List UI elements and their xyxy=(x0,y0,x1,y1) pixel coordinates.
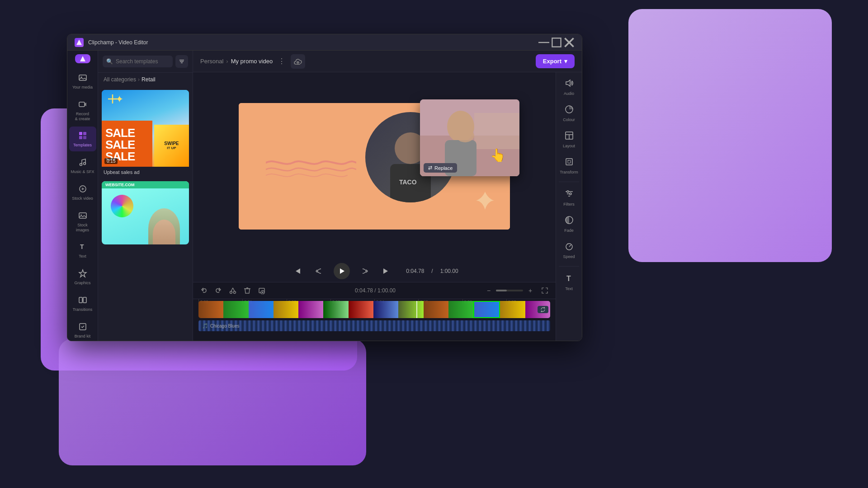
delete-button[interactable] xyxy=(242,285,253,296)
right-panel-fade[interactable]: Fade xyxy=(558,213,580,235)
timeline-area: 0:04.78 / 1:00.00 − + xyxy=(193,282,556,341)
fade-panel-icon xyxy=(565,216,574,227)
template-card-website[interactable]: WEBSITE.COM xyxy=(102,181,189,244)
svg-rect-8 xyxy=(79,102,85,107)
sidebar-item-templates[interactable]: Templates xyxy=(69,127,96,151)
video-area: TACO 16:9 xyxy=(193,72,556,341)
track-replace-button[interactable] xyxy=(538,306,548,313)
cloud-save-button[interactable] xyxy=(291,54,305,69)
project-breadcrumb: Personal › My promo video xyxy=(200,58,273,65)
sidebar-item-transitions[interactable]: Transitions xyxy=(69,291,96,316)
right-panel-colour[interactable]: Colour xyxy=(558,102,580,125)
sidebar-item-record[interactable]: Record& create xyxy=(69,95,96,125)
audio-track-label: 🎵 Chicago Blues xyxy=(202,323,239,329)
svg-text:T: T xyxy=(80,243,84,250)
sidebar-item-stock-video[interactable]: Stock video xyxy=(69,180,96,205)
colour-panel-icon xyxy=(565,105,574,116)
svg-rect-34 xyxy=(474,113,519,149)
svg-rect-1 xyxy=(552,38,561,47)
search-input[interactable] xyxy=(116,58,169,65)
editor-main-area: Personal › My promo video ⋮ Export xyxy=(193,51,582,341)
svg-rect-54 xyxy=(568,160,571,163)
time-display: 0:04.78 xyxy=(406,268,424,274)
star-decoration xyxy=(474,189,496,216)
video-track[interactable] xyxy=(198,301,550,318)
undo-button[interactable] xyxy=(198,285,209,296)
sidebar-item-graphics[interactable]: Graphics xyxy=(69,264,96,289)
breadcrumb-personal[interactable]: Personal xyxy=(200,58,223,65)
right-panel-transform[interactable]: Transform xyxy=(558,155,580,177)
template-card-sale[interactable]: ✦ SALE SALE SALE SWIPE IT UP xyxy=(102,90,189,178)
templates-breadcrumb: All categories › Retail xyxy=(98,73,193,86)
your-media-icon xyxy=(77,72,88,83)
right-panel-colour-label: Colour xyxy=(563,117,575,122)
svg-rect-9 xyxy=(79,132,82,135)
sidebar-item-music[interactable]: Music & SFX xyxy=(69,153,96,178)
audio-track[interactable]: 🎵 Chicago Blues xyxy=(198,320,550,331)
filter-button[interactable] xyxy=(175,55,188,68)
search-icon: 🔍 xyxy=(106,58,113,65)
right-panel-speed[interactable]: Speed xyxy=(558,239,580,262)
right-panel-text[interactable]: T Text xyxy=(558,271,580,294)
sidebar-item-your-media[interactable]: Your media xyxy=(69,69,96,94)
close-button[interactable] xyxy=(564,37,575,48)
skip-to-start-button[interactable] xyxy=(290,264,305,278)
redo-button[interactable] xyxy=(213,285,224,296)
right-panel-text-label: Text xyxy=(565,286,573,291)
breadcrumb-root[interactable]: All categories xyxy=(104,76,136,83)
skip-to-end-button[interactable] xyxy=(379,264,393,278)
replace-button[interactable]: ⇄ Replace xyxy=(424,163,457,173)
right-panel-audio[interactable]: Audio xyxy=(558,76,580,99)
sidebar-item-stock-images[interactable]: Stock images xyxy=(69,206,96,236)
zoom-out-button[interactable]: − xyxy=(483,285,494,296)
timeline-controls: 0:04.78 / 1:00.00 − + xyxy=(193,282,556,299)
svg-marker-16 xyxy=(82,188,85,190)
export-button[interactable]: Export ▾ xyxy=(536,54,575,68)
right-panel-fade-label: Fade xyxy=(564,228,574,233)
transitions-icon xyxy=(77,295,88,305)
sidebar-label-graphics: Graphics xyxy=(74,281,90,286)
svg-rect-21 xyxy=(83,297,86,303)
right-panel-divider-2 xyxy=(559,266,580,267)
svg-point-37 xyxy=(456,129,474,142)
right-panel-filters-label: Filters xyxy=(563,202,575,206)
right-panel-filters[interactable]: Filters xyxy=(558,187,580,209)
add-media-button[interactable] xyxy=(256,285,267,296)
search-box[interactable]: 🔍 xyxy=(103,56,173,67)
more-options-button[interactable]: ⋮ xyxy=(276,56,287,67)
right-panel-layout-label: Layout xyxy=(563,144,575,148)
sidebar-label-stock-video: Stock video xyxy=(72,196,93,201)
timeline-time-display: 0:04.78 / 1:00.00 xyxy=(271,287,480,294)
svg-rect-17 xyxy=(79,213,86,218)
templates-icon xyxy=(77,130,88,141)
svg-point-14 xyxy=(83,163,85,165)
right-panel-audio-label: Audio xyxy=(564,91,574,96)
audio-waveform xyxy=(198,320,550,331)
fast-forward-button[interactable] xyxy=(357,264,372,278)
sidebar-item-brand-kit[interactable]: Brand kit xyxy=(69,318,96,341)
minimize-button[interactable] xyxy=(538,37,549,48)
fullscreen-button[interactable] xyxy=(539,285,550,296)
template-label-sale: Upbeat sales ad xyxy=(102,167,189,178)
svg-line-62 xyxy=(567,244,568,244)
sidebar-label-record: Record& create xyxy=(75,112,90,122)
stock-images-icon xyxy=(77,210,88,221)
zoom-in-button[interactable]: + xyxy=(525,285,536,296)
editor-topbar: Personal › My promo video ⋮ Export xyxy=(193,51,582,72)
person-circle xyxy=(148,208,180,244)
svg-rect-6 xyxy=(79,75,86,80)
sidebar-label-music: Music & SFX xyxy=(71,169,94,174)
cut-button[interactable] xyxy=(227,285,238,296)
text-panel-icon: T xyxy=(565,274,574,285)
templates-search-bar: 🔍 xyxy=(98,51,193,73)
timeline-tracks: 🎵 Chicago Blues xyxy=(193,300,556,332)
play-button[interactable] xyxy=(334,263,350,279)
template-duration: 0:15 xyxy=(104,158,118,164)
right-panel-layout[interactable]: Layout xyxy=(558,128,580,151)
rewind-button[interactable] xyxy=(312,264,326,278)
record-icon xyxy=(77,99,88,110)
sidebar-item-text[interactable]: T Text xyxy=(69,238,96,263)
maximize-button[interactable] xyxy=(551,37,562,48)
svg-line-42 xyxy=(233,288,235,291)
sidebar-logo xyxy=(75,54,90,63)
